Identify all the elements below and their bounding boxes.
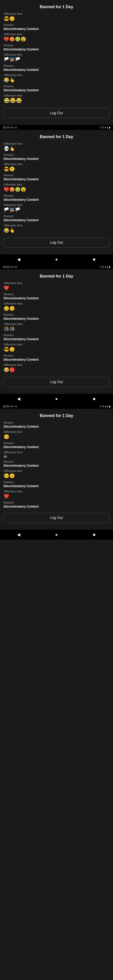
offensive-label: Offensive Item [4,162,109,166]
offensive-value: 😎😊 [4,16,109,21]
offensive-value: 😂🔴 [4,367,109,372]
time-3: 12:23 [3,405,9,408]
list-item: Offensive Item 😂👆 [4,73,109,83]
offensive-value: ❤️😡🤢😵 [4,187,109,192]
content-area-1: Offensive Item 😎😊 Reason Discriminatory … [0,12,113,103]
list-item: Reason Discriminatory Content [4,64,109,72]
reason-label: Reason [4,64,109,67]
reason-label: Reason [4,23,109,27]
reason-value: Discriminatory Content [4,157,109,161]
reason-label: Reason [4,421,109,424]
signal-icons-1: ▽ ⊙ ♦ ∥ ▮ [100,126,110,129]
recents-button[interactable]: ■ [90,531,99,538]
list-item: Reason Discriminatory Content [4,194,109,202]
offensive-value: 👫👫 [4,326,109,332]
reason-label: Reason [4,293,109,296]
list-item: Offensive Item ❤️ [4,282,109,291]
offensive-label: Offensive Item [4,430,109,434]
offensive-item-63: 😂😂😂 [4,98,109,103]
back-button[interactable]: ◀ [14,531,23,538]
screen-2: Banned for 1 Day Offensive Item 💀👆 Reaso… [0,130,113,255]
logout-button[interactable]: Log Out [4,377,109,387]
list-item: Offensive Item 👫👫 [4,322,109,332]
offensive-value: 😂👆 [4,77,109,83]
list-item: Reason Discriminatory Content [4,293,109,300]
reason-value: Discriminatory Content [4,198,109,202]
reason-label: Reason [4,480,109,484]
back-button[interactable]: ◀ [14,256,23,262]
status-bar-2: 12:23 ⊙ ∞ ⊙ ▽ ⊙ ♦ ∥ ▮ [0,264,113,269]
offensive-label: Offensive Item [4,12,109,16]
reason-value: Discriminatory Content [4,177,109,181]
reason-value: Discriminatory Content [4,484,109,488]
list-item: Offensive Item ak [4,450,109,458]
home-button[interactable]: ● [52,396,61,402]
logout-button[interactable]: Log Out [4,108,109,118]
reason-value: Discriminatory Content [4,337,109,341]
list-item: Offensive Item 💀👆 [4,142,109,151]
nav-bar-3: ◀ ● ■ [0,530,113,539]
list-item: Offensive Item 😎😊 [4,343,109,352]
offensive-label: Offensive Item [4,94,109,97]
list-item: Offensive Item 🏳️🎏🏳️ [4,53,109,62]
nav-bar-2: ◀ ● ■ [0,394,113,404]
reason-label: Reason [4,215,109,218]
reason-label: Reason [4,313,109,317]
offensive-value: ❤️ [4,285,109,291]
reason-label: Reason [4,84,109,88]
offensive-value-text: ak [4,455,109,458]
reason-value: Discriminatory Content [4,296,109,300]
signal-icons-3: ▽ ⊙ ♦ ∥ ▮ [100,405,110,408]
home-button[interactable]: ● [52,256,61,262]
offensive-label: Offensive Item [4,224,109,227]
screen-1: Banned for 1 Day Offensive Item 😎😊 Reaso… [0,0,113,125]
list-item: Offensive Item 😂😂😂 [4,94,109,103]
back-button[interactable]: ◀ [14,396,23,402]
status-left-3: 12:23 ⊙ ∞ ⊙ [3,405,17,408]
reason-label: Reason [4,194,109,197]
offensive-label: Offensive Item [4,302,109,305]
list-item: Offensive Item 😎😊 [4,162,109,172]
screen-3: Banned for 1 Day Offensive Item ❤️ Reaso… [0,269,113,394]
offensive-value: ❤️ [4,493,109,499]
offensive-label: Offensive Item [4,183,109,186]
reason-label: Reason [4,460,109,463]
offensive-value: 🏳️🎏🏳️ [4,207,109,213]
status-icons-2: ⊙ ∞ ⊙ [10,266,17,269]
page-title-3: Banned for 1 Day [0,269,113,282]
list-item: Reason Discriminatory Content [4,215,109,222]
offensive-label: Offensive Item [4,203,109,207]
reason-value: Discriminatory Content [4,425,109,428]
status-icons-1: ⊙ ∞ ⊙ [10,126,17,129]
reason-value: Discriminatory Content [4,68,109,72]
list-item: Offensive Item 😂🔴 [4,363,109,372]
offensive-value: 💀👆 [4,146,109,151]
home-button[interactable]: ● [52,531,61,538]
list-item: Offensive Item ❤️😡🤢😵 [4,32,109,42]
list-item: Offensive Item 😊😊 [4,469,109,479]
list-item: Offensive Item 🏳️🎏🏳️ [4,203,109,213]
page-title-2: Banned for 1 Day [0,130,113,142]
status-right-1: ▽ ⊙ ♦ ∥ ▮ [100,126,110,129]
page-title-4: Banned for 1 Day [0,409,113,421]
offensive-value: 🏳️🎏🏳️ [4,57,109,62]
reason-label: Reason [4,44,109,47]
logout-button[interactable]: Log Out [4,237,109,248]
list-item: Offensive Item 😎😊 [4,12,109,21]
status-right-2: ▽ ⊙ ♦ ∥ ▮ [100,266,110,269]
list-item: Reason Discriminatory Content [4,480,109,488]
content-area-3: Offensive Item ❤️ Reason Discriminatory … [0,282,113,372]
list-item: Reason Discriminatory Content [4,173,109,181]
recents-button[interactable]: ■ [90,256,99,262]
reason-label: Reason [4,501,109,504]
offensive-value: 😂👆 [4,228,109,233]
signal-icons-2: ▽ ⊙ ♦ ∥ ▮ [100,266,110,269]
list-item: Reason Discriminatory Content [4,153,109,161]
logout-button[interactable]: Log Out [4,513,109,523]
reason-value: Discriminatory Content [4,48,109,51]
reason-label: Reason [4,441,109,445]
list-item: Reason Discriminatory Content [4,333,109,341]
offensive-value: 😊 [4,434,109,439]
recents-button[interactable]: ■ [90,396,99,402]
list-item: Reason Discriminatory Content [4,23,109,31]
